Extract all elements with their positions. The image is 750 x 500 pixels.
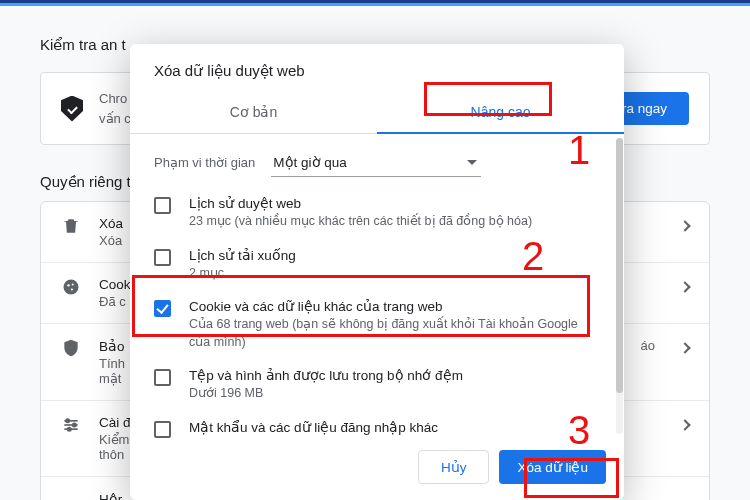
banner-text: Chrovấn c	[99, 89, 131, 128]
chevron-right-icon	[679, 220, 690, 231]
svg-point-7	[66, 419, 69, 422]
cookie-icon	[61, 277, 81, 297]
checkbox-checked[interactable]	[154, 300, 171, 317]
chevron-right-icon	[679, 419, 690, 430]
clear-data-dialog: Xóa dữ liệu duyệt web Cơ bản Nâng cao Ph…	[130, 44, 624, 500]
tab-basic[interactable]: Cơ bản	[130, 94, 377, 134]
svg-point-9	[68, 428, 71, 431]
svg-point-3	[71, 288, 73, 290]
sliders-icon	[61, 415, 81, 435]
svg-point-0	[64, 280, 79, 295]
checkbox[interactable]	[154, 249, 171, 266]
tab-advanced[interactable]: Nâng cao	[377, 94, 624, 134]
trash-icon	[61, 216, 81, 236]
dialog-footer: Hủy Xóa dữ liệu	[130, 438, 624, 500]
option-cached[interactable]: Tệp và hình ảnh được lưu trong bộ nhớ đệ…	[130, 359, 618, 411]
clear-data-button[interactable]: Xóa dữ liệu	[499, 450, 606, 484]
cancel-button[interactable]: Hủy	[418, 450, 490, 484]
option-passwords[interactable]: Mật khẩu và các dữ liệu đăng nhập khácKh…	[130, 411, 618, 439]
option-browsing-history[interactable]: Lịch sử duyệt web23 mục (và nhiều mục kh…	[130, 187, 618, 239]
time-range-select[interactable]: Một giờ qua	[271, 148, 481, 177]
option-cookies[interactable]: Cookie và các dữ liệu khác của trang web…	[130, 290, 618, 359]
dialog-body: Phạm vi thời gian Một giờ qua Lịch sử du…	[130, 134, 624, 438]
time-range-label: Phạm vi thời gian	[154, 155, 255, 170]
dialog-tabs: Cơ bản Nâng cao	[130, 94, 624, 134]
svg-point-2	[72, 284, 74, 286]
svg-point-8	[73, 423, 76, 426]
svg-point-1	[67, 284, 69, 286]
checkbox[interactable]	[154, 421, 171, 438]
scrollbar[interactable]	[616, 138, 623, 434]
chevron-right-icon	[679, 281, 690, 292]
checkbox[interactable]	[154, 197, 171, 214]
shield-check-icon	[61, 96, 83, 122]
scrollbar-thumb[interactable]	[616, 138, 623, 393]
dropdown-triangle-icon	[467, 160, 477, 165]
shield-icon	[61, 338, 81, 358]
chevron-right-icon	[679, 342, 690, 353]
checkbox[interactable]	[154, 369, 171, 386]
dialog-title: Xóa dữ liệu duyệt web	[130, 44, 624, 94]
option-download-history[interactable]: Lịch sử tải xuống2 mục	[130, 239, 618, 291]
